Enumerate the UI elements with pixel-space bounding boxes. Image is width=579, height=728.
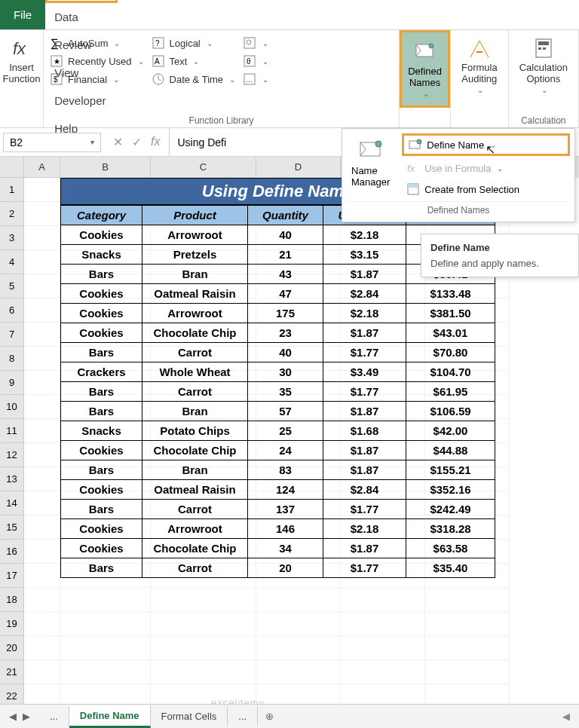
table-cell[interactable]: 43 <box>248 265 323 284</box>
sheet-tab-other[interactable]: Format Cells <box>151 706 228 726</box>
insert-function-button[interactable]: fx Insert Function <box>6 33 37 87</box>
cell-E19[interactable] <box>341 612 425 636</box>
table-cell[interactable]: Bars <box>61 402 142 421</box>
table-cell[interactable]: $61.95 <box>406 382 495 402</box>
cell-A12[interactable] <box>24 443 60 467</box>
row-header-3[interactable]: 3 <box>0 226 24 250</box>
table-cell[interactable]: 57 <box>248 402 323 421</box>
row-header-15[interactable]: 15 <box>0 515 24 540</box>
sheet-tab-active[interactable]: Define Name <box>69 705 151 728</box>
cell-E18[interactable] <box>341 588 425 612</box>
col-header-D[interactable]: D <box>256 157 341 178</box>
table-cell[interactable]: $1.87 <box>323 402 406 421</box>
table-cell[interactable]: Cookies <box>61 304 142 323</box>
table-cell[interactable]: Whole Wheat <box>142 362 248 382</box>
table-cell[interactable]: Carrot <box>142 343 248 362</box>
table-cell[interactable]: Cookies <box>61 441 142 460</box>
table-cell[interactable]: Oatmeal Raisin <box>142 284 248 304</box>
row-header-19[interactable]: 19 <box>0 612 24 636</box>
text-button[interactable]: AText⌄ <box>152 54 236 68</box>
row-header-9[interactable]: 9 <box>0 371 24 395</box>
row-header-21[interactable]: 21 <box>0 660 24 684</box>
more-functions-button[interactable]: …⌄ <box>243 72 268 86</box>
tab-data[interactable]: Data <box>45 3 118 31</box>
logical-button[interactable]: ?Logical⌄ <box>152 36 236 50</box>
cell-A6[interactable] <box>24 298 60 323</box>
table-cell[interactable]: Cookies <box>61 225 142 245</box>
cell-A1[interactable] <box>24 178 60 202</box>
table-cell[interactable]: 24 <box>248 441 323 460</box>
defined-names-button[interactable]: Defined Names⌄ <box>400 30 450 108</box>
cell-A10[interactable] <box>24 395 60 419</box>
table-cell[interactable]: 30 <box>248 362 323 382</box>
row-header-17[interactable]: 17 <box>0 564 24 588</box>
row-header-20[interactable]: 20 <box>0 636 24 660</box>
table-cell[interactable]: Cookies <box>61 519 142 539</box>
table-cell[interactable]: 175 <box>248 304 323 323</box>
row-header-2[interactable]: 2 <box>0 202 24 226</box>
cell-E21[interactable] <box>341 660 425 684</box>
table-cell[interactable]: Bars <box>61 500 142 519</box>
table-cell[interactable]: 137 <box>248 500 323 519</box>
table-cell[interactable]: $352.16 <box>406 480 495 500</box>
row-header-16[interactable]: 16 <box>0 540 24 564</box>
table-cell[interactable]: $63.58 <box>406 539 495 558</box>
calculation-options-button[interactable]: Calculation Options⌄ <box>515 33 572 97</box>
cell-A20[interactable] <box>24 636 60 660</box>
table-cell[interactable]: $35.40 <box>406 558 495 578</box>
table-cell[interactable]: 124 <box>248 480 323 500</box>
new-sheet-button[interactable]: ⊕ <box>258 711 281 722</box>
row-header-13[interactable]: 13 <box>0 467 24 491</box>
row-header-10[interactable]: 10 <box>0 395 24 419</box>
table-cell[interactable]: Cookies <box>61 539 142 558</box>
tab-view[interactable]: View <box>45 59 118 87</box>
row-header-18[interactable]: 18 <box>0 588 24 612</box>
table-cell[interactable]: Snacks <box>61 245 142 265</box>
table-cell[interactable]: 34 <box>248 539 323 558</box>
table-cell[interactable]: $2.18 <box>323 225 406 245</box>
table-cell[interactable]: Carrot <box>142 500 248 519</box>
table-cell[interactable]: 83 <box>248 460 323 480</box>
cell-A19[interactable] <box>24 612 60 636</box>
table-cell[interactable]: $44.88 <box>406 441 495 460</box>
table-cell[interactable]: $104.70 <box>406 362 495 382</box>
table-cell[interactable]: $1.87 <box>323 323 406 343</box>
row-header-22[interactable]: 22 <box>0 684 24 704</box>
table-cell[interactable]: Bars <box>61 265 142 284</box>
cell-B18[interactable] <box>60 588 151 612</box>
table-cell[interactable]: $1.77 <box>323 558 406 578</box>
sheet-ellipsis[interactable]: ... <box>39 706 69 726</box>
table-cell[interactable]: $1.68 <box>323 421 406 441</box>
table-cell[interactable]: 146 <box>248 519 323 539</box>
tab-review[interactable]: Review <box>45 31 118 59</box>
table-cell[interactable]: $106.59 <box>406 402 495 421</box>
table-cell[interactable]: $2.18 <box>323 304 406 323</box>
table-cell[interactable]: Cookies <box>61 480 142 500</box>
table-cell[interactable]: $70.80 <box>406 343 495 362</box>
sheet-nav-next[interactable]: ▶ <box>23 711 30 722</box>
table-cell[interactable]: 40 <box>248 343 323 362</box>
cell-A18[interactable] <box>24 588 60 612</box>
table-cell[interactable]: Snacks <box>61 421 142 441</box>
math-button[interactable]: θ⌄ <box>243 54 268 68</box>
cell-F19[interactable] <box>425 612 510 636</box>
table-cell[interactable]: Bars <box>61 382 142 402</box>
cell-A16[interactable] <box>24 540 60 564</box>
cell-B20[interactable] <box>60 636 151 660</box>
cell-A22[interactable] <box>24 684 60 704</box>
table-cell[interactable]: $42.00 <box>406 421 495 441</box>
row-header-14[interactable]: 14 <box>0 491 24 515</box>
table-cell[interactable]: $2.18 <box>323 519 406 539</box>
cell-F20[interactable] <box>425 636 510 660</box>
cancel-icon[interactable]: ✕ <box>113 135 123 149</box>
table-cell[interactable]: 47 <box>248 284 323 304</box>
cell-B19[interactable] <box>60 612 151 636</box>
table-cell[interactable]: 35 <box>248 382 323 402</box>
table-cell[interactable]: Bran <box>142 402 248 421</box>
table-cell[interactable]: $43.01 <box>406 323 495 343</box>
file-tab[interactable]: File <box>0 0 45 29</box>
col-header-C[interactable]: C <box>151 157 256 178</box>
cell-F21[interactable] <box>425 660 510 684</box>
cell-A9[interactable] <box>24 371 60 395</box>
cell-A15[interactable] <box>24 515 60 540</box>
